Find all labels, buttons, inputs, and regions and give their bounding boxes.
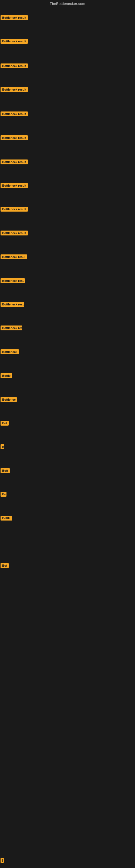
- bottleneck-row-6: Bottleneck result: [1, 135, 28, 141]
- bottleneck-badge[interactable]: Bottleneck resul: [1, 254, 27, 259]
- bottleneck-row-14: Bottleneck res: [1, 326, 22, 332]
- bottleneck-badge[interactable]: Bot: [1, 563, 9, 568]
- bottleneck-badge[interactable]: Bo: [1, 492, 6, 497]
- bottleneck-badge[interactable]: Bottleneck result: [1, 39, 28, 44]
- bottleneck-row-12: Bottleneck resu: [1, 278, 25, 284]
- bottleneck-badge[interactable]: Bot: [1, 421, 9, 426]
- bottleneck-badge[interactable]: Bottlenec: [1, 397, 17, 402]
- bottleneck-row-8: Bottleneck result: [1, 183, 28, 189]
- bottleneck-badge[interactable]: |: [1, 858, 4, 863]
- bottleneck-row-19: B: [1, 444, 4, 450]
- bottleneck-badge[interactable]: Bottleneck res: [1, 326, 22, 330]
- bottleneck-row-5: Bottleneck result: [1, 112, 28, 118]
- bottleneck-row-7: Bottleneck result: [1, 159, 28, 165]
- bottleneck-row-17: Bottlenec: [1, 397, 17, 403]
- bottleneck-row-4: Bottleneck result: [1, 87, 28, 93]
- bottleneck-badge[interactable]: Bottleneck result: [1, 87, 28, 92]
- bottleneck-row-23: Bot: [1, 563, 9, 569]
- bottleneck-row-24: |: [1, 858, 4, 864]
- bottleneck-badge[interactable]: B: [1, 444, 4, 449]
- bottleneck-badge[interactable]: Bottleneck result: [1, 230, 28, 236]
- bottleneck-badge[interactable]: Bottleneck result: [1, 15, 28, 20]
- site-title: TheBottlenecker.com: [0, 0, 135, 7]
- bottleneck-badge[interactable]: Bottleneck result: [1, 159, 28, 164]
- bottleneck-badge[interactable]: Bottleneck result: [1, 183, 28, 188]
- bottleneck-row-11: Bottleneck resul: [1, 254, 27, 260]
- page-wrapper: TheBottlenecker.com Bottleneck resultBot…: [0, 0, 135, 868]
- bottleneck-row-20: Bott: [1, 468, 10, 474]
- bottleneck-badge[interactable]: Bottleneck resu: [1, 278, 25, 283]
- bottleneck-row-2: Bottleneck result: [1, 39, 28, 45]
- bottleneck-row-22: Bottle: [1, 516, 12, 522]
- bottleneck-row-13: Bottleneck resu: [1, 302, 24, 308]
- bottleneck-badge[interactable]: Bottle: [1, 516, 12, 521]
- bottleneck-badge[interactable]: Bott: [1, 468, 10, 473]
- bottleneck-row-1: Bottleneck result: [1, 15, 28, 21]
- bottleneck-badge[interactable]: Bottleneck result: [1, 63, 28, 68]
- bottleneck-row-21: Bo: [1, 492, 6, 498]
- bottleneck-badge[interactable]: Bottle: [1, 373, 12, 378]
- bottleneck-badge[interactable]: Bottleneck resu: [1, 302, 24, 307]
- bottleneck-badge[interactable]: Bottleneck result: [1, 207, 28, 212]
- bottleneck-row-15: Bottleneck: [1, 349, 19, 355]
- bottleneck-badge[interactable]: Bottleneck result: [1, 135, 28, 140]
- bottleneck-row-18: Bot: [1, 421, 9, 427]
- bottleneck-row-3: Bottleneck result: [1, 63, 28, 69]
- bottleneck-row-10: Bottleneck result: [1, 230, 28, 237]
- bottleneck-row-16: Bottle: [1, 373, 12, 379]
- bottleneck-badge[interactable]: Bottleneck: [1, 349, 19, 354]
- bottleneck-row-9: Bottleneck result: [1, 207, 28, 213]
- bottleneck-badge[interactable]: Bottleneck result: [1, 112, 28, 116]
